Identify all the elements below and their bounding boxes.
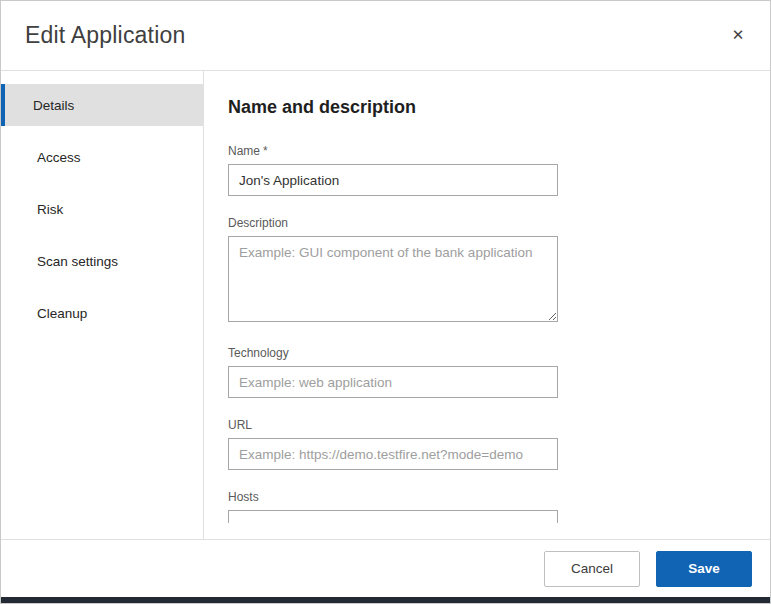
bottom-bar [1,597,770,603]
sidebar-item-cleanup[interactable]: Cleanup [1,292,203,334]
sidebar-item-details[interactable]: Details [1,84,203,126]
description-input[interactable] [228,236,558,322]
sidebar-item-scan-settings[interactable]: Scan settings [1,240,203,282]
section-heading: Name and description [228,97,770,118]
description-field: Description [228,216,770,326]
hosts-field: Hosts [228,490,770,523]
modal-body: Details Access Risk Scan settings Cleanu… [1,71,770,539]
sidebar-item-risk[interactable]: Risk [1,188,203,230]
edit-application-modal: Edit Application ✕ Details Access Risk S… [0,0,771,604]
url-input[interactable] [228,438,558,470]
required-marker: * [263,144,268,158]
sidebar-item-access[interactable]: Access [1,136,203,178]
modal-header: Edit Application ✕ [1,1,770,71]
cancel-button[interactable]: Cancel [544,551,640,587]
save-button[interactable]: Save [656,551,752,587]
technology-label: Technology [228,346,770,360]
close-icon[interactable]: ✕ [724,21,752,49]
hosts-label: Hosts [228,490,770,504]
name-input[interactable] [228,164,558,196]
url-field: URL [228,418,770,470]
description-label: Description [228,216,770,230]
modal-footer: Cancel Save [1,539,770,597]
sidebar-item-label: Access [37,150,81,165]
details-panel: Name and description Name* Description T… [204,71,770,523]
url-label: URL [228,418,770,432]
sidebar-item-label: Details [33,98,74,113]
name-label: Name* [228,144,770,158]
technology-input[interactable] [228,366,558,398]
page-title: Edit Application [25,22,185,49]
sidebar: Details Access Risk Scan settings Cleanu… [1,71,204,539]
hosts-input[interactable] [228,510,558,523]
sidebar-item-label: Scan settings [37,254,118,269]
name-label-text: Name [228,144,260,158]
sidebar-item-label: Risk [37,202,63,217]
technology-field: Technology [228,346,770,398]
name-field: Name* [228,144,770,196]
sidebar-item-label: Cleanup [37,306,87,321]
